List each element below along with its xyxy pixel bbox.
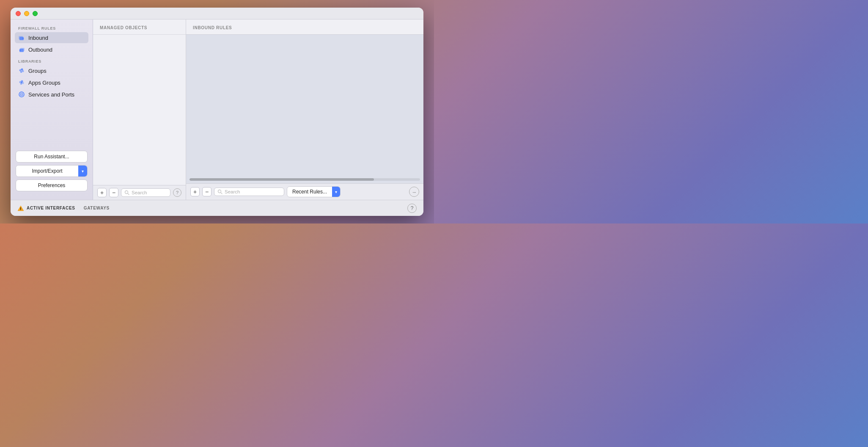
- recent-rules-main-button[interactable]: Recent Rules...: [287, 187, 332, 197]
- search-icon: [124, 190, 129, 195]
- svg-point-6: [22, 70, 24, 72]
- minus-icon: −: [205, 188, 209, 195]
- groups-icon: [18, 67, 25, 74]
- apps-groups-icon: [18, 79, 25, 86]
- managed-objects-help-button[interactable]: ?: [173, 188, 181, 197]
- sidebar-item-inbound[interactable]: Inbound: [15, 32, 88, 43]
- minimize-button[interactable]: [24, 11, 29, 16]
- plus-icon: +: [100, 189, 104, 196]
- plus-icon: +: [193, 188, 197, 195]
- inbound-rules-header: INBOUND RULES: [186, 19, 423, 35]
- inbound-rules-add-button[interactable]: +: [190, 187, 200, 196]
- services-ports-label: Services and Ports: [28, 91, 74, 98]
- svg-point-18: [218, 190, 221, 193]
- recent-rules-arrow-button[interactable]: ▾: [332, 187, 340, 197]
- svg-line-19: [221, 193, 222, 194]
- help-icon: ?: [176, 190, 179, 195]
- svg-point-12: [21, 82, 22, 83]
- active-interfaces-label: ACTIVE INTERFACES: [27, 206, 75, 210]
- more-options-button[interactable]: ···: [409, 187, 419, 197]
- services-ports-icon: [18, 91, 25, 98]
- firewall-rules-section: FIREWALL RULES Inbound: [11, 26, 93, 56]
- svg-text:!: !: [20, 207, 22, 211]
- search-icon: [217, 189, 222, 194]
- help-icon: ?: [411, 205, 414, 211]
- import-export-arrow-button[interactable]: ▾: [78, 166, 87, 177]
- inbound-rules-panel: INBOUND RULES + − Search: [186, 19, 423, 200]
- chevron-down-icon: ▾: [335, 190, 337, 194]
- more-icon: ···: [412, 189, 416, 195]
- svg-point-7: [20, 71, 22, 73]
- outbound-icon: [18, 46, 25, 53]
- run-assistant-button[interactable]: Run Assistant...: [16, 151, 88, 163]
- svg-point-11: [20, 83, 22, 85]
- apps-groups-label: Apps Groups: [28, 80, 60, 86]
- sidebar-item-outbound[interactable]: Outbound: [15, 44, 88, 55]
- preferences-button[interactable]: Preferences: [16, 179, 88, 191]
- sidebar-item-apps-groups[interactable]: Apps Groups: [15, 77, 88, 88]
- horizontal-scrollbar[interactable]: [190, 178, 420, 181]
- managed-objects-search-placeholder: Search: [132, 190, 147, 195]
- import-export-split-button: Import/Export ▾: [16, 165, 88, 177]
- libraries-section: LIBRARIES Groups: [11, 59, 93, 101]
- sidebar: FIREWALL RULES Inbound: [11, 19, 93, 200]
- status-bar: ! ACTIVE INTERFACES GATEWAYS ?: [11, 200, 423, 216]
- managed-objects-remove-button[interactable]: −: [109, 188, 118, 197]
- inbound-label: Inbound: [28, 35, 48, 41]
- inbound-rules-search-placeholder: Search: [225, 189, 240, 194]
- close-button[interactable]: [16, 11, 21, 16]
- inbound-rules-body: [186, 35, 423, 183]
- svg-line-17: [128, 193, 129, 195]
- gateways-tab[interactable]: GATEWAYS: [84, 206, 110, 210]
- titlebar: [11, 8, 423, 19]
- import-export-main-button[interactable]: Import/Export: [16, 166, 78, 177]
- maximize-button[interactable]: [33, 11, 38, 16]
- inbound-rules-search-box[interactable]: Search: [214, 188, 284, 196]
- scrollbar-thumb: [190, 178, 374, 181]
- sidebar-buttons: Run Assistant... Import/Export ▾ Prefere…: [11, 147, 93, 195]
- svg-point-16: [125, 191, 128, 194]
- managed-objects-panel: MANAGED OBJECTS + − Search ?: [93, 19, 186, 200]
- status-help-button[interactable]: ?: [407, 204, 417, 213]
- firewall-rules-label: FIREWALL RULES: [15, 26, 88, 30]
- groups-label: Groups: [28, 68, 47, 74]
- gateways-label: GATEWAYS: [84, 206, 110, 210]
- inbound-rules-remove-button[interactable]: −: [202, 187, 212, 196]
- active-interfaces-tab[interactable]: ! ACTIVE INTERFACES: [17, 205, 75, 212]
- inbound-rules-toolbar: + − Search Recent Rules... ▾: [186, 183, 423, 200]
- sidebar-item-services-and-ports[interactable]: Services and Ports: [15, 89, 88, 100]
- warning-icon: !: [17, 205, 24, 212]
- managed-objects-add-button[interactable]: +: [97, 188, 107, 197]
- chevron-down-icon: ▾: [82, 169, 84, 174]
- app-window: FIREWALL RULES Inbound: [11, 8, 423, 216]
- sidebar-item-groups[interactable]: Groups: [15, 65, 88, 76]
- inbound-icon: [18, 34, 25, 41]
- managed-objects-search-box[interactable]: Search: [121, 188, 170, 197]
- main-content: FIREWALL RULES Inbound: [11, 19, 423, 200]
- svg-point-15: [21, 94, 22, 95]
- libraries-label: LIBRARIES: [15, 59, 88, 63]
- managed-objects-body: [93, 35, 186, 185]
- recent-rules-split-button: Recent Rules... ▾: [287, 186, 341, 197]
- outbound-label: Outbound: [28, 47, 52, 53]
- managed-objects-toolbar: + − Search ?: [93, 185, 186, 200]
- managed-objects-header: MANAGED OBJECTS: [93, 19, 186, 35]
- minus-icon: −: [112, 189, 115, 196]
